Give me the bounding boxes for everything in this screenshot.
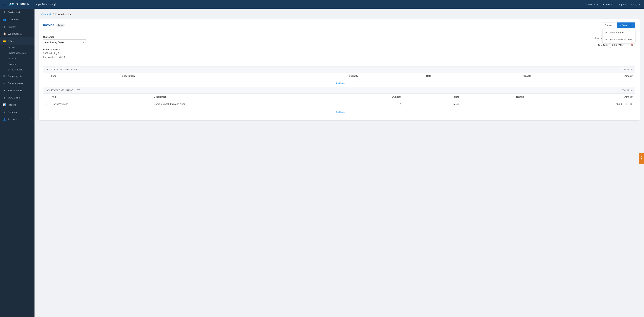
- description-col-header-2: Description: [152, 94, 334, 100]
- videos-label: Videos: [605, 3, 612, 6]
- draft-badge: Draft: [56, 24, 65, 27]
- top-nav: ☰ SKIMMER Happy Friday, Kelly! ☆ Earn $1…: [0, 0, 644, 9]
- send-icon: ✈: [605, 38, 608, 41]
- map-icon: ⊕: [3, 25, 6, 28]
- location-2-add-new-button[interactable]: + Add New: [334, 111, 345, 114]
- description-cell: Complete pool drain and clean: [152, 100, 334, 108]
- mail-icon: ✉: [3, 89, 6, 92]
- calendar-icon-2: 📅: [630, 44, 634, 46]
- customer-select[interactable]: Avis Luxury Suites: [43, 39, 86, 45]
- taxable-col-header: Taxable: [434, 73, 533, 79]
- plus-icon-2: +: [334, 111, 335, 114]
- grid-icon: ⊞: [3, 11, 6, 14]
- help-tab[interactable]: Help: [639, 153, 644, 164]
- amount-value: 450.00: [616, 102, 623, 105]
- sidebar-item-account[interactable]: 👤 Account ›: [0, 116, 34, 123]
- sidebar-sub-invoices[interactable]: Invoices: [8, 56, 34, 61]
- plus-icon: +: [334, 82, 335, 85]
- sidebar-sub-quotes[interactable]: Quotes: [8, 44, 34, 50]
- envelope-icon: ✉: [605, 31, 608, 34]
- save-send-option[interactable]: ✉ Save & Send: [602, 29, 635, 36]
- location-1-table: Item Description Quantity Rate Taxable A…: [43, 73, 636, 79]
- location-2-table-header-row: Item Description Quantity Rate Taxable A…: [43, 94, 636, 100]
- sidebar-item-customers[interactable]: 👥 Customers: [0, 16, 34, 23]
- billing-address: Billing Address 2602 Winding Rd Fort Wor…: [43, 48, 86, 59]
- logo-icon: [9, 2, 14, 6]
- chevron-down-icon: ˅: [30, 40, 32, 42]
- save-button[interactable]: ✓ Save: [617, 22, 630, 28]
- earn-action[interactable]: ☆ Earn $150: [585, 3, 599, 6]
- sidebar: ⊞ Dashboard 👥 Customers ⊕ Routes › 📋 Wor…: [0, 9, 34, 317]
- save-dropdown-button[interactable]: ▾: [630, 22, 636, 28]
- location-2-table: Item Description Quantity Rate Taxable A…: [43, 94, 636, 108]
- play-icon: ▶: [603, 3, 604, 6]
- rate-cell: 450.00: [404, 100, 462, 108]
- sidebar-item-dashboard[interactable]: ⊞ Dashboard: [0, 9, 34, 16]
- add-new-label-2: Add New: [336, 111, 345, 114]
- save-button-group: ✓ Save ▾: [617, 22, 636, 28]
- due-date-input[interactable]: 8/26/2023 📅: [610, 42, 636, 48]
- quantity-col-header: Quantity: [253, 73, 360, 79]
- taxable-col-header-2: Taxable: [462, 94, 526, 100]
- logout-icon: →: [630, 3, 632, 6]
- billing-address-line1: 2602 Winding Rd: [43, 52, 86, 55]
- app-logo: SKIMMER: [9, 2, 30, 6]
- videos-action[interactable]: ▶ Videos: [603, 3, 612, 6]
- billing-address-line2: Fort Worth, TX 76133: [43, 55, 86, 59]
- sidebar-item-billing[interactable]: 💳 Billing ˅: [0, 38, 34, 44]
- sidebar-item-broadcast-emails[interactable]: ✉ Broadcast Emails: [0, 87, 34, 94]
- edit-row-button[interactable]: ✏: [624, 102, 628, 106]
- clipboard-icon: 📋: [3, 32, 6, 35]
- sidebar-sub-payments[interactable]: Payments: [8, 61, 34, 67]
- location-1-add-new-button[interactable]: + Add New: [334, 82, 345, 85]
- app-container: ☰ SKIMMER Happy Friday, Kelly! ☆ Earn $1…: [0, 0, 644, 317]
- save-mark-sent-option[interactable]: ✈ Save & Mark As Sent: [602, 36, 635, 43]
- sidebar-item-settings[interactable]: ⚙ Settings ›: [0, 108, 34, 116]
- settings-icon: ⚙: [3, 110, 6, 114]
- sidebar-item-qbo-billing[interactable]: ⊗ QBO Billing: [0, 94, 34, 101]
- drag-col-header: [43, 73, 49, 79]
- breadcrumb-parent[interactable]: Quote #9: [41, 13, 52, 16]
- breadcrumb-current: Create Invoice: [55, 13, 71, 16]
- pen-icon: ✏: [3, 82, 6, 85]
- sidebar-sub-invoice-generator[interactable]: Invoice Generator: [8, 50, 34, 56]
- hamburger-menu[interactable]: ☰: [3, 2, 6, 6]
- delete-row-button[interactable]: 🗑: [629, 102, 633, 106]
- logo-text: SKIMMER: [16, 3, 30, 6]
- bar-chart-icon: 📊: [3, 103, 6, 106]
- breadcrumb-separator: /: [53, 13, 54, 16]
- link-icon: ⊗: [3, 96, 6, 99]
- location-1-add-new: + Add New: [43, 79, 636, 87]
- save-mark-sent-label: Save & Mark As Sent: [609, 38, 632, 41]
- due-date-value: 8/26/2023: [612, 44, 629, 46]
- location-1-label: LOCATION: 2602 Winding Rd: [46, 68, 80, 71]
- drag-handle-icon[interactable]: ⠿: [45, 102, 48, 106]
- chevron-right-icon-4: ›: [31, 111, 32, 113]
- location-1-tax: Tax: None: [622, 68, 632, 71]
- main-area: ⊞ Dashboard 👥 Customers ⊕ Routes › 📋 Wor…: [0, 9, 644, 317]
- invoice-body: Customer Avis Luxury Suites Billing Addr…: [39, 31, 640, 120]
- sidebar-item-reports[interactable]: 📊 Reports ›: [0, 101, 34, 108]
- logout-action[interactable]: → Log out: [630, 3, 641, 6]
- location-2-tax: Tax: None: [622, 89, 632, 92]
- sidebar-item-routes[interactable]: ⊕ Routes ›: [0, 23, 34, 30]
- item-col-header: Item: [49, 73, 120, 79]
- drag-col-header-2: [43, 94, 50, 100]
- cancel-button[interactable]: Cancel: [602, 22, 615, 28]
- location-1-header: LOCATION: 2602 Winding Rd Tax: None: [43, 66, 636, 73]
- location-1-section: LOCATION: 2602 Winding Rd Tax: None Item…: [43, 66, 636, 87]
- greeting-text: Happy Friday, Kelly!: [34, 3, 582, 6]
- sidebar-item-service-notes[interactable]: ✏ Service Notes: [0, 80, 34, 87]
- item-col-header-2: Item: [50, 94, 152, 100]
- drag-handle-cell[interactable]: ⠿: [43, 100, 50, 108]
- sidebar-item-work-orders[interactable]: 📋 Work Orders ›: [0, 30, 34, 38]
- add-new-label-1: Add New: [336, 82, 345, 85]
- taxable-cell: [462, 100, 526, 108]
- description-col-header: Description: [120, 73, 253, 79]
- invoice-title: Invoice: [43, 23, 54, 27]
- logout-label: Log out: [634, 3, 641, 6]
- support-action[interactable]: ? Support: [616, 3, 626, 6]
- rate-col-header-2: Rate: [404, 94, 462, 100]
- sidebar-item-shopping-list[interactable]: 🛒 Shopping List: [0, 72, 34, 80]
- sidebar-sub-billing-reports[interactable]: Billing Reports: [8, 67, 34, 72]
